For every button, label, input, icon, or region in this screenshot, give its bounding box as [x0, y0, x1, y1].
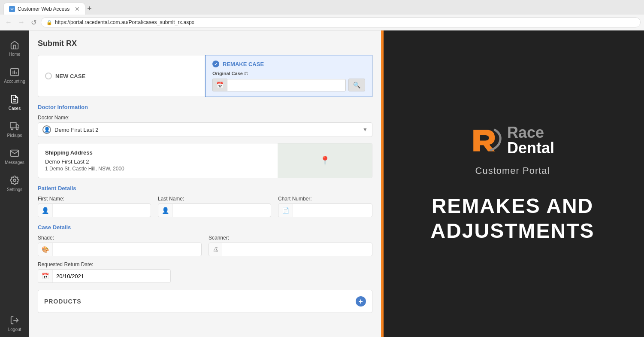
map-pin-icon: 📍	[320, 155, 330, 166]
address-bar: ← → ↺ 🔒 https://portal.racedental.com.au…	[0, 15, 644, 30]
plus-icon: +	[356, 296, 366, 307]
first-name-label: First Name:	[38, 196, 151, 202]
shade-label: Shade:	[38, 235, 202, 241]
security-icon: 🔒	[46, 20, 52, 25]
last-name-field: Last Name: 👤	[158, 196, 271, 217]
doctor-name-label: Doctor Name:	[38, 115, 372, 121]
orange-bar	[381, 30, 384, 337]
logout-icon	[9, 315, 20, 325]
products-label: PRODUCTS	[44, 298, 82, 305]
doctor-name-select[interactable]: 👤 Demo First Last 2 ▼	[38, 122, 372, 137]
return-date-input-wrap: 📅	[38, 269, 171, 283]
logo-text-group: Race Dental	[507, 125, 554, 156]
svg-marker-7	[16, 124, 19, 128]
accounting-icon	[9, 67, 20, 77]
chart-number-input[interactable]	[293, 204, 372, 217]
chevron-down-icon: ▼	[363, 127, 368, 133]
logo-race-text: Race	[507, 125, 554, 140]
doctor-section-header: Doctor Information	[38, 104, 372, 110]
chart-number-input-wrap: 📄	[278, 203, 372, 217]
scanner-icon: 🖨	[209, 243, 222, 256]
url-bar[interactable]: 🔒 https://portal.racedental.com.au/Porta…	[41, 17, 641, 27]
original-case-input[interactable]	[227, 79, 346, 91]
remake-case-radio: ✓	[212, 61, 219, 67]
tab-favicon: W	[9, 6, 15, 12]
last-name-icon: 👤	[158, 204, 173, 217]
remakes-line1: REMAKES AND	[432, 194, 594, 217]
sidebar-item-logout[interactable]: Logout	[0, 310, 29, 337]
page-title: Submit RX	[38, 39, 372, 48]
logo-dental-text: Dental	[507, 140, 554, 156]
sidebar-item-pickups[interactable]: Pickups	[0, 116, 29, 143]
chart-number-label: Chart Number:	[278, 196, 372, 202]
browser-chrome: W Customer Web Access ✕ + ← → ↺ 🔒 https:…	[0, 0, 644, 30]
chart-icon: 📄	[278, 204, 293, 217]
case-type-row: NEW CASE ✓ REMAKE CASE Original Case #: …	[38, 55, 372, 97]
scanner-label: Scanner:	[209, 235, 372, 241]
shade-input[interactable]	[53, 243, 201, 256]
return-date-section: Requested Return Date: 📅	[38, 261, 372, 283]
tab-label: Customer Web Access	[18, 6, 70, 12]
new-case-button[interactable]: NEW CASE	[38, 55, 205, 97]
return-date-label: Requested Return Date:	[38, 261, 372, 267]
sidebar: Home Accounting	[0, 30, 29, 337]
remake-case-button[interactable]: ✓ REMAKE CASE Original Case #: 📅 🔍	[205, 55, 372, 97]
forward-button[interactable]: →	[16, 18, 27, 27]
scanner-input[interactable]	[222, 243, 372, 256]
tab-close-button[interactable]: ✕	[75, 6, 80, 12]
right-panel: Race Dental Customer Portal REMAKES AND …	[381, 30, 644, 337]
sidebar-item-settings[interactable]: Settings	[0, 170, 29, 197]
sidebar-label-home: Home	[9, 52, 21, 57]
home-icon	[9, 40, 20, 50]
first-name-input-wrap: 👤	[38, 203, 151, 217]
sidebar-item-cases[interactable]: Cases	[0, 89, 29, 116]
main-panel: Submit RX NEW CASE ✓ REMAKE CASE Origina	[29, 30, 381, 337]
reload-button[interactable]: ↺	[29, 18, 38, 27]
tab-bar: W Customer Web Access ✕ +	[0, 0, 644, 15]
shade-scanner-row: Shade: 🎨 Scanner: 🖨	[38, 235, 372, 256]
scanner-field: Scanner: 🖨	[209, 235, 372, 256]
sidebar-label-settings: Settings	[7, 187, 22, 192]
sidebar-label-pickups: Pickups	[7, 133, 22, 138]
sidebar-label-accounting: Accounting	[4, 79, 25, 84]
svg-point-10	[13, 179, 16, 182]
customer-portal-text: Customer Portal	[475, 165, 550, 176]
sidebar-item-accounting[interactable]: Accounting	[0, 62, 29, 89]
shade-icon: 🎨	[38, 243, 53, 256]
scanner-input-wrap: 🖨	[209, 243, 372, 256]
new-case-label: NEW CASE	[55, 73, 85, 79]
chart-number-field: Chart Number: 📄	[278, 196, 372, 217]
calendar-button[interactable]: 📅	[212, 79, 227, 91]
remakes-line2: ADJUSTMENTS	[430, 219, 594, 242]
svg-point-9	[16, 128, 18, 130]
app-container: Home Accounting	[0, 30, 644, 337]
case-details-section-header: Case Details	[38, 224, 372, 231]
pickups-icon	[9, 121, 20, 131]
doctor-name-value: Demo First Last 2	[54, 127, 359, 133]
remakes-headline: REMAKES AND ADJUSTMENTS	[430, 194, 594, 243]
shade-input-wrap: 🎨	[38, 243, 202, 256]
remake-case-label: REMAKE CASE	[223, 61, 264, 67]
patient-details-row: First Name: 👤 Last Name: 👤 Chart Number:	[38, 196, 372, 217]
patient-section-header: Patient Details	[38, 185, 372, 191]
search-button[interactable]: 🔍	[348, 79, 365, 91]
calendar-date-icon: 📅	[38, 270, 53, 282]
return-date-input[interactable]	[53, 270, 170, 282]
svg-rect-6	[10, 123, 16, 128]
logo-area: Race Dental	[471, 124, 554, 157]
url-text: https://portal.racedental.com.au/Portal/…	[55, 19, 194, 25]
race-dental-logo-svg	[471, 124, 503, 157]
browser-tab[interactable]: W Customer Web Access ✕	[3, 3, 85, 15]
first-name-input[interactable]	[53, 204, 151, 217]
cases-icon	[9, 94, 20, 104]
new-tab-button[interactable]: +	[87, 4, 92, 13]
shipping-box: Shipping Address Demo First Last 2 1 Dem…	[38, 143, 372, 178]
new-case-radio	[45, 73, 52, 79]
products-button[interactable]: PRODUCTS +	[38, 290, 372, 313]
sidebar-item-messages[interactable]: Messages	[0, 143, 29, 170]
sidebar-item-home[interactable]: Home	[0, 35, 29, 62]
shade-field: Shade: 🎨	[38, 235, 202, 256]
first-name-field: First Name: 👤	[38, 196, 151, 217]
back-button[interactable]: ←	[3, 18, 14, 27]
last-name-input[interactable]	[173, 204, 271, 217]
